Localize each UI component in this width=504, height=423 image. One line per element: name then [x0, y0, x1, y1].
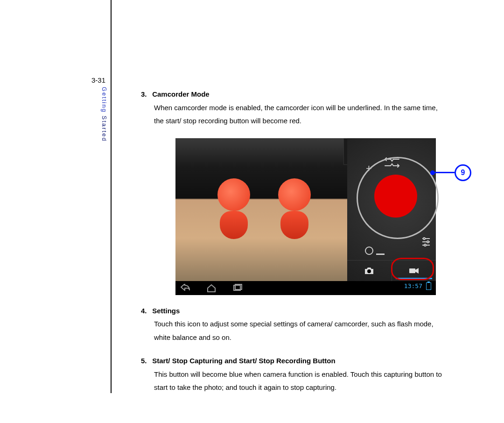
callout-circle: 9	[455, 164, 471, 181]
camcorder-screenshot: +	[175, 138, 436, 295]
callout-line	[435, 172, 455, 173]
zoom-out-minus-icon[interactable]	[376, 254, 385, 255]
callout-dot	[430, 170, 435, 175]
callout-number: 9	[461, 169, 465, 176]
camera-icon	[364, 266, 375, 275]
zoom-out-o-icon[interactable]	[365, 247, 373, 255]
page-number: 3-31	[91, 74, 105, 87]
svg-point-6	[367, 269, 371, 273]
section-body: This button will become blue when camera…	[154, 368, 449, 395]
section-body: Touch this icon to adjust some special s…	[154, 317, 449, 344]
sliders-icon[interactable]	[421, 236, 431, 252]
camera-mode-button[interactable]	[347, 261, 392, 281]
camera-preview	[175, 138, 348, 281]
home-icon[interactable]	[206, 284, 217, 292]
section-title: Settings	[152, 307, 180, 315]
section-body: When camcorder mode is enabled, the camc…	[154, 101, 449, 128]
recent-icon[interactable]	[232, 284, 243, 292]
section-number: 5.	[141, 354, 150, 368]
side-label-part1: Getting	[101, 87, 107, 113]
section-camcorder-mode: 3. Camcorder Mode When camcorder mode is…	[141, 88, 449, 128]
section-title: Start/ Stop Capturing and Start/ Stop Re…	[152, 357, 335, 365]
section-start-stop: 5. Start/ Stop Capturing and Start/ Stop…	[141, 354, 449, 395]
section-heading: 4. Settings	[141, 304, 449, 318]
svg-point-5	[424, 244, 426, 246]
subject-figurine-left	[213, 178, 255, 239]
content-column: 3. Camcorder Mode When camcorder mode is…	[141, 88, 449, 405]
manual-page: 3-31 Getting Started 3. Camcorder Mode W…	[0, 0, 504, 423]
subject-figurine-right	[273, 178, 315, 239]
status-area: 13:57	[404, 281, 431, 292]
callout-highlight-oval	[391, 258, 434, 280]
svg-point-3	[423, 238, 425, 240]
side-label-part2: Started	[101, 116, 107, 142]
battery-icon	[426, 282, 431, 290]
section-heading: 3. Camcorder Mode	[141, 88, 449, 101]
margin-rule	[111, 0, 112, 393]
record-button[interactable]	[374, 175, 417, 218]
section-number: 3.	[141, 88, 150, 101]
clock: 13:57	[404, 281, 422, 292]
section-title: Camcorder Mode	[152, 90, 210, 98]
section-heading: 5. Start/ Stop Capturing and Start/ Stop…	[141, 354, 449, 368]
section-label-vertical: Getting Started	[98, 87, 109, 142]
section-settings: 4. Settings Touch this icon to adjust so…	[141, 304, 449, 345]
back-icon[interactable]	[180, 284, 190, 292]
callout-9: 9	[430, 164, 471, 181]
android-nav-bar: 13:57	[175, 281, 436, 295]
camera-controls-panel: +	[347, 138, 436, 281]
section-number: 4.	[141, 304, 150, 318]
svg-point-4	[427, 241, 429, 243]
